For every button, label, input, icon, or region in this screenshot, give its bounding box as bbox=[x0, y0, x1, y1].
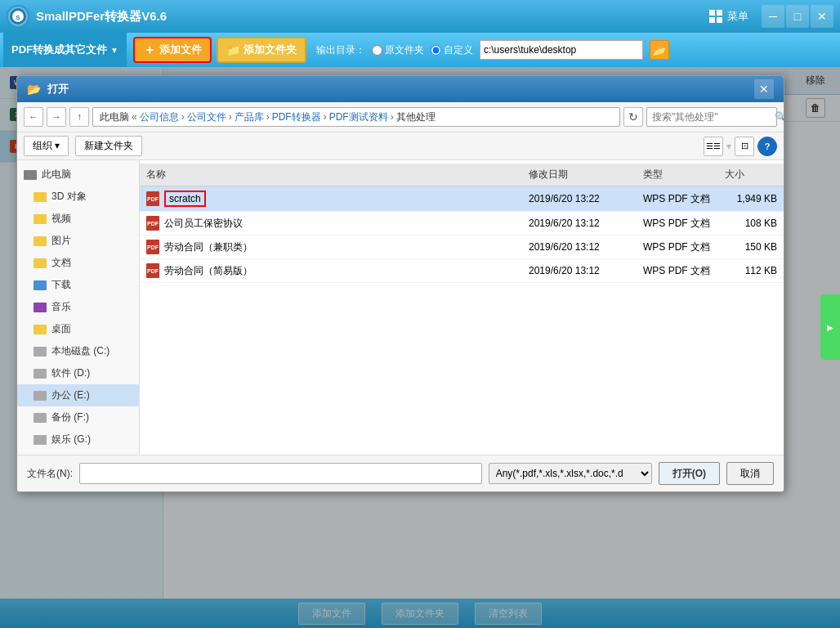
radio-original-label[interactable]: 原文件夹 bbox=[372, 43, 424, 57]
file-list-item[interactable]: PDF劳动合同（兼职类）2019/6/20 13:12WPS PDF 文档150… bbox=[140, 236, 784, 259]
add-file-button[interactable]: ＋ 添加文件 bbox=[133, 37, 212, 63]
tree-item-drive-c[interactable]: 本地磁盘 (C:) bbox=[17, 340, 139, 362]
radio-custom-text: 自定义 bbox=[444, 43, 473, 57]
output-path-input[interactable] bbox=[480, 40, 643, 60]
folder-pictures-icon bbox=[34, 236, 47, 246]
close-button[interactable]: ✕ bbox=[811, 5, 833, 28]
dialog-cancel-button[interactable]: 取消 bbox=[726, 462, 774, 485]
file-name-text: 劳动合同（简易版） bbox=[164, 264, 252, 278]
right-side-button[interactable]: ▶ bbox=[820, 294, 840, 360]
tree-item-computer[interactable]: 此电脑 bbox=[17, 164, 139, 186]
drive-d-icon bbox=[34, 369, 47, 379]
bc-pdf-converter[interactable]: PDF转换器 bbox=[272, 110, 321, 124]
minimize-button[interactable]: ─ bbox=[762, 5, 784, 28]
file-name-text: 公司员工保密协议 bbox=[164, 217, 243, 231]
filetype-select[interactable]: Any(*.pdf,*.xls,*.xlsx,*.doc,*.d bbox=[489, 463, 652, 484]
bc-product[interactable]: 产品库 bbox=[235, 110, 264, 124]
add-folder-button[interactable]: 📁 添加文件夹 bbox=[217, 37, 306, 63]
menu-grid-icon bbox=[709, 10, 722, 23]
bc-company-files[interactable]: 公司文件 bbox=[187, 110, 226, 124]
filename-input[interactable] bbox=[79, 463, 482, 484]
nav-up-button[interactable]: ↑ bbox=[69, 107, 89, 127]
tree-item-downloads[interactable]: 下载 bbox=[17, 274, 139, 296]
file-name-cell: PDF劳动合同（简易版） bbox=[140, 261, 522, 280]
tree-label-docs: 文档 bbox=[51, 256, 71, 270]
tree-item-3d[interactable]: 3D 对象 bbox=[17, 186, 139, 208]
file-name-cell: PDF劳动合同（兼职类） bbox=[140, 237, 522, 257]
view-sep: ▾ bbox=[726, 141, 731, 152]
file-list-items: PDFscratch2019/6/20 13:22WPS PDF 文档1,949… bbox=[140, 186, 784, 283]
file-type: WPS PDF 文档 bbox=[637, 213, 718, 233]
drive-g-icon bbox=[34, 435, 47, 445]
view-preview-button[interactable]: ⊡ bbox=[735, 137, 754, 156]
computer-icon bbox=[24, 170, 37, 180]
radio-custom[interactable] bbox=[431, 45, 441, 56]
file-list-item[interactable]: PDFscratch2019/6/20 13:22WPS PDF 文档1,949… bbox=[140, 186, 784, 212]
pdf-small-icon: PDF bbox=[146, 191, 159, 206]
tree-item-music[interactable]: 音乐 bbox=[17, 296, 139, 318]
app-toolbar: PDF转换成其它文件 ▼ ＋ 添加文件 📁 添加文件夹 输出目录： 原文件夹 自… bbox=[0, 33, 840, 67]
help-button[interactable]: ? bbox=[757, 137, 777, 156]
app-title: SmallPDFer转换器V6.6 bbox=[36, 9, 709, 25]
file-modified: 2019/6/20 13:12 bbox=[522, 213, 637, 233]
bc-pdf-test[interactable]: PDF测试资料 bbox=[329, 110, 388, 124]
output-section: 输出目录： 原文件夹 自定义 📂 bbox=[316, 40, 669, 60]
drive-e-icon bbox=[34, 391, 47, 401]
dialog-open-button[interactable]: 打开(O) bbox=[659, 462, 720, 485]
file-list-item[interactable]: PDF劳动合同（简易版）2019/6/20 13:12WPS PDF 文档112… bbox=[140, 259, 784, 283]
tree-label-music: 音乐 bbox=[51, 300, 71, 314]
tree-item-docs[interactable]: 文档 bbox=[17, 252, 139, 274]
tree-item-desktop[interactable]: 桌面 bbox=[17, 318, 139, 340]
organize-button[interactable]: 组织 ▾ bbox=[24, 136, 69, 156]
bc-company-info[interactable]: 公司信息 bbox=[140, 110, 179, 124]
nav-forward-button[interactable]: → bbox=[47, 107, 66, 127]
tree-item-drive-f[interactable]: 备份 (F:) bbox=[17, 406, 139, 428]
file-modified: 2019/6/20 13:12 bbox=[522, 261, 637, 280]
toolbar-left-section: PDF转换成其它文件 ▼ bbox=[3, 33, 127, 67]
menu-label[interactable]: 菜单 bbox=[727, 9, 748, 24]
file-name-text: scratch bbox=[164, 191, 206, 207]
pdf-small-icon: PDF bbox=[146, 240, 159, 254]
header-name: 名称 bbox=[140, 166, 522, 183]
open-file-dialog: 📂 打开 ✕ ← → ↑ 此电脑 « 公司信息 › 公司文件 › 产品库 › bbox=[16, 75, 784, 492]
desktop-icon bbox=[34, 325, 47, 334]
output-label: 输出目录： bbox=[316, 43, 365, 57]
tree-label-desktop: 桌面 bbox=[51, 322, 71, 336]
toolbar-left-label: PDF转换成其它文件 bbox=[11, 43, 107, 57]
tree-item-drive-d[interactable]: 软件 (D:) bbox=[17, 362, 139, 384]
header-size: 大小 bbox=[718, 166, 784, 183]
tree-item-drive-g[interactable]: 娱乐 (G:) bbox=[17, 428, 139, 451]
breadcrumb-sep1: « bbox=[132, 111, 137, 123]
file-modified: 2019/6/20 13:22 bbox=[522, 188, 637, 209]
new-folder-button[interactable]: 新建文件夹 bbox=[75, 136, 142, 156]
folder-docs-icon bbox=[34, 258, 47, 268]
dialog-close-button[interactable]: ✕ bbox=[754, 79, 774, 99]
tree-item-network[interactable]: 网路 bbox=[17, 451, 139, 455]
radio-original[interactable] bbox=[372, 45, 382, 56]
dialog-title-text: 打开 bbox=[47, 82, 754, 96]
left-panel: 此电脑 3D 对象 视频 图片 bbox=[17, 160, 140, 455]
tree-item-drive-e[interactable]: 办公 (E:) bbox=[17, 384, 139, 406]
toolbar-dropdown-icon[interactable]: ▼ bbox=[110, 46, 118, 55]
file-list-header: 名称 修改日期 类型 大小 bbox=[140, 164, 784, 186]
restore-button[interactable]: □ bbox=[786, 5, 809, 28]
tree-item-video[interactable]: 视频 bbox=[17, 208, 139, 230]
radio-custom-label[interactable]: 自定义 bbox=[431, 43, 473, 57]
dialog-body: 此电脑 3D 对象 视频 图片 bbox=[17, 160, 784, 455]
dialog-title-bar: 📂 打开 ✕ bbox=[17, 76, 784, 102]
refresh-button[interactable]: ↻ bbox=[623, 107, 643, 127]
file-size: 112 KB bbox=[718, 261, 784, 280]
tree-label-computer: 此电脑 bbox=[42, 168, 71, 182]
main-area: W 文件转Word X 文件转Excel P 文件转PPT 编号 文件名称 总页… bbox=[0, 67, 840, 628]
nav-back-button[interactable]: ← bbox=[24, 107, 43, 127]
header-modified: 修改日期 bbox=[522, 166, 637, 183]
folder-video-icon bbox=[34, 214, 47, 224]
drive-c-icon bbox=[34, 347, 47, 357]
view-details-button[interactable]: ☰☰ bbox=[704, 137, 723, 156]
dialog-overlay: 📂 打开 ✕ ← → ↑ 此电脑 « 公司信息 › 公司文件 › 产品库 › bbox=[0, 67, 840, 628]
browse-folder-button[interactable]: 📂 bbox=[650, 40, 669, 60]
file-list-item[interactable]: PDF公司员工保密协议2019/6/20 13:12WPS PDF 文档108 … bbox=[140, 212, 784, 236]
dialog-title-icon: 📂 bbox=[27, 83, 41, 96]
search-input[interactable] bbox=[652, 111, 775, 123]
tree-item-pictures[interactable]: 图片 bbox=[17, 230, 139, 252]
